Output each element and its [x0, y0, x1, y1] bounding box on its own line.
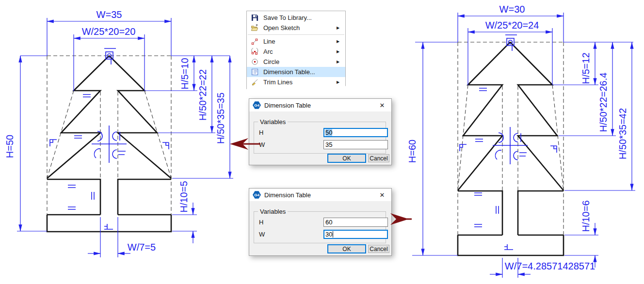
arrow-left-icon	[226, 137, 262, 151]
arc-icon	[247, 48, 262, 55]
menu-item-label: Trim Lines	[262, 79, 337, 86]
right-tree-sketch: W=30 W/25*20=24 H=60 H/5=12 H/50*22=26.4…	[402, 0, 644, 284]
input-text: 60	[325, 219, 332, 226]
g4-app-icon: G4	[253, 101, 261, 109]
dimension-table-dialog-1: G4 Dimension Table ✕ Variables H 50 W 35…	[249, 98, 392, 165]
dim-w-trunk: W/7=5	[128, 242, 156, 252]
ok-button[interactable]: OK	[328, 245, 366, 253]
submenu-arrow-icon: ▶	[337, 80, 345, 84]
menu-item-label: Save To Library...	[262, 14, 337, 21]
menu-item-circle[interactable]: Circle ▶	[247, 57, 345, 67]
dim-h-tier1: H/5=10	[179, 58, 190, 89]
dialog-titlebar[interactable]: G4 Dimension Table ✕	[249, 99, 391, 111]
dimension-table-dialog-2: G4 Dimension Table ✕ Variables H 60 W 30…	[249, 188, 392, 256]
input-text: 30	[325, 231, 332, 238]
dim-h-tier2: H/50*22=26.4	[598, 73, 609, 132]
menu-separator	[248, 34, 344, 35]
submenu-arrow-icon: ▶	[337, 39, 345, 44]
dim-w-top: W/25*20=24	[485, 20, 539, 31]
open-folder-icon	[247, 24, 262, 32]
dim-w-total: W=35	[97, 9, 122, 20]
dialog-title: Dimension Table	[264, 102, 373, 109]
menu-item-label: Circle	[262, 58, 337, 65]
h-value-input[interactable]: 60	[323, 218, 388, 227]
menu-item-save-to-library[interactable]: Save To Library...	[247, 13, 345, 23]
field-label-w: W	[259, 231, 265, 238]
dialog-titlebar[interactable]: G4 Dimension Table ✕	[249, 189, 391, 201]
dim-h-tier3: H/50*35=42	[617, 108, 628, 159]
menu-item-line[interactable]: Line ▶	[247, 36, 345, 47]
dimension-table-icon	[247, 68, 262, 76]
menu-item-dimension-table[interactable]: Dimension Table...	[247, 67, 345, 77]
submenu-arrow-icon: ▶	[337, 26, 345, 30]
w-value-input[interactable]: 35	[323, 140, 388, 149]
g4-app-icon: G4	[253, 191, 261, 199]
dim-h-tier2: H/50*22=22	[197, 69, 208, 121]
text-cursor	[333, 231, 333, 237]
trim-lines-icon	[247, 79, 262, 86]
variables-label: Variables	[258, 208, 288, 215]
right-construction-lines	[458, 42, 564, 235]
w-value-input[interactable]: 30	[323, 230, 388, 239]
menu-item-label: Line	[262, 38, 337, 45]
dim-w-trunk: W/7=4.28571428571	[505, 261, 595, 271]
circle-icon	[247, 58, 262, 65]
dim-h-tier1: H/5=12	[580, 52, 591, 84]
cad-tutorial-screenshot: W=35 W/25*20=20 H=50 H/5=10 H/50*22=22 H…	[0, 0, 644, 284]
left-dimension-labels: W=35 W/25*20=20 H=50 H/5=10 H/50*22=22 H…	[4, 9, 226, 252]
line-icon	[247, 38, 262, 45]
close-icon[interactable]: ✕	[373, 102, 391, 109]
menu-item-label: Dimension Table...	[262, 68, 337, 76]
dim-h-total: H=60	[407, 140, 418, 163]
variables-label: Variables	[258, 118, 288, 126]
save-icon	[247, 14, 262, 21]
dim-w-top: W/25*20=20	[82, 26, 136, 37]
left-dimension-lines	[17, 18, 233, 257]
menu-item-open-sketch[interactable]: Open Sketch ▶	[247, 23, 345, 33]
dim-w-total: W=30	[499, 4, 525, 15]
dim-h-tier3: H/50*35=35	[215, 93, 226, 144]
submenu-arrow-icon: ▶	[337, 49, 345, 54]
menu-item-label: Open Sketch	[262, 24, 337, 32]
input-text: 35	[325, 141, 332, 148]
h-value-input[interactable]: 50	[323, 128, 388, 137]
ok-button[interactable]: OK	[328, 154, 366, 162]
dim-h-total: H=50	[4, 135, 15, 158]
menu-item-label: Arc	[262, 48, 337, 55]
field-label-h: H	[259, 219, 263, 226]
cancel-button[interactable]: Cancel	[368, 154, 389, 162]
left-constraint-symbols	[50, 48, 169, 229]
menu-item-trim-lines[interactable]: Trim Lines ▶	[247, 77, 345, 87]
dim-h-base: H/10=5	[178, 181, 189, 212]
right-tree-outline	[458, 42, 564, 255]
dialog-title: Dimension Table	[264, 191, 373, 199]
close-icon[interactable]: ✕	[373, 191, 391, 199]
context-menu: Save To Library... Open Sketch ▶ Line ▶ …	[246, 11, 346, 92]
dim-h-base: H/10=6	[580, 200, 591, 232]
submenu-arrow-icon: ▶	[337, 60, 345, 64]
selected-text: 50	[325, 129, 332, 136]
left-tree-sketch: W=35 W/25*20=20 H=50 H/5=10 H/50*22=22 H…	[0, 0, 242, 284]
menu-item-arc[interactable]: Arc ▶	[247, 47, 345, 57]
field-label-h: H	[259, 129, 263, 136]
arrow-right-icon	[388, 212, 413, 226]
right-constraint-symbols	[460, 35, 557, 250]
cancel-button[interactable]: Cancel	[368, 245, 389, 253]
